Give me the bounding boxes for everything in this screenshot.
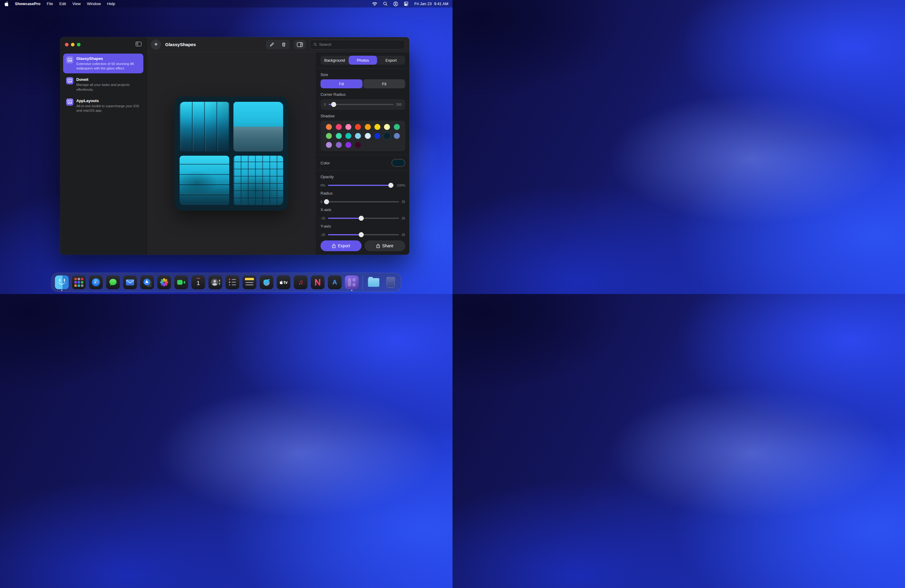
y-axis-thumb[interactable]: [359, 232, 364, 237]
dock-launchpad-icon[interactable]: [72, 275, 86, 289]
preview-tile-slats: [179, 156, 229, 205]
shadow-swatch[interactable]: [336, 133, 342, 139]
sidebar-item-glassyshapes[interactable]: GlassyShapes Extensive collection of 50 …: [63, 54, 143, 73]
dock-messages-icon[interactable]: [106, 275, 120, 289]
dock-apple-tv-icon[interactable]: tv: [277, 275, 291, 289]
control-center-icon[interactable]: [404, 2, 408, 6]
search-icon: [313, 43, 317, 46]
radius-track[interactable]: [325, 201, 399, 202]
search-icon[interactable]: [383, 2, 387, 6]
dock-safari-icon[interactable]: [89, 275, 103, 289]
delete-button[interactable]: [278, 40, 290, 49]
edit-button[interactable]: [266, 40, 278, 49]
dock-facetime-icon[interactable]: [175, 275, 188, 289]
shadow-swatch[interactable]: [336, 142, 342, 148]
tab-export[interactable]: Export: [377, 56, 405, 65]
size-fit-option[interactable]: Fit: [363, 79, 405, 88]
share-button[interactable]: Share: [365, 240, 405, 251]
y-axis-min: -25: [321, 233, 325, 237]
tab-background[interactable]: Background: [321, 56, 349, 65]
menu-file[interactable]: File: [47, 2, 53, 6]
shadow-swatch[interactable]: [375, 124, 380, 130]
menu-window[interactable]: Window: [87, 2, 101, 6]
shadow-swatch[interactable]: [384, 124, 390, 130]
tab-photos[interactable]: Photos: [349, 56, 377, 65]
dock-calendar-icon[interactable]: Tue 1: [192, 275, 205, 289]
radius-thumb[interactable]: [324, 199, 329, 205]
shadow-swatch[interactable]: [394, 124, 400, 130]
dock-maps-icon[interactable]: [140, 275, 154, 289]
user-icon[interactable]: [393, 2, 398, 6]
menu-edit[interactable]: Edit: [59, 2, 66, 6]
menu-date[interactable]: Fri Jan 23: [414, 2, 432, 6]
opacity-slider: 0% 100%: [321, 184, 405, 187]
dock-freeform-icon[interactable]: [260, 275, 273, 289]
dock-mail-icon[interactable]: [123, 275, 137, 289]
y-axis-label: Y-axis: [321, 224, 405, 229]
shadow-swatch[interactable]: [336, 124, 342, 130]
dock-trash-icon[interactable]: [384, 275, 398, 289]
apple-menu-icon[interactable]: [4, 1, 9, 6]
sidebar-toggle-icon[interactable]: [136, 41, 141, 48]
panel-toggle-icon: [297, 42, 303, 47]
shadow-swatch[interactable]: [355, 133, 361, 139]
dock: Tue 1 tv ♫ A: [51, 273, 401, 292]
corner-radius-track[interactable]: [329, 104, 394, 105]
shadow-swatch[interactable]: [355, 142, 361, 148]
dock-music-icon[interactable]: ♫: [294, 275, 308, 289]
corner-radius-thumb[interactable]: [331, 102, 337, 107]
dock-photos-icon[interactable]: [157, 275, 171, 289]
dock-downloads-icon[interactable]: [367, 275, 381, 289]
menu-app-name[interactable]: ShowcasePro: [15, 2, 40, 6]
inspector-toggle-button[interactable]: [294, 40, 306, 49]
wifi-icon[interactable]: [372, 2, 377, 6]
preview-tile-vertical-bars: [179, 102, 229, 151]
search-input[interactable]: [319, 42, 402, 47]
shadow-swatch[interactable]: [326, 133, 332, 139]
shadow-swatch[interactable]: [326, 124, 332, 130]
minimize-button[interactable]: [71, 43, 75, 46]
pencil-icon: [269, 42, 274, 47]
sidebar-item-applayouts[interactable]: AppLayouts All-in-one toolkit to superch…: [63, 96, 143, 116]
zoom-button[interactable]: [77, 43, 81, 46]
shadow-swatch[interactable]: [326, 142, 332, 148]
wallpaper-preview[interactable]: [175, 97, 288, 210]
shadow-swatch[interactable]: [394, 133, 400, 139]
menu-time[interactable]: 9:41 AM: [434, 2, 448, 6]
dock-finder-icon[interactable]: [55, 275, 69, 289]
dock-news-icon[interactable]: [311, 275, 325, 289]
search-field[interactable]: [310, 40, 405, 49]
shadow-swatch[interactable]: [345, 142, 351, 148]
shadow-swatch[interactable]: [355, 124, 361, 130]
item-title: Doneit: [76, 77, 140, 82]
dock-reminders-icon[interactable]: [225, 275, 240, 289]
dock-notes-icon[interactable]: [243, 275, 256, 289]
dock-contacts-icon[interactable]: [209, 275, 222, 289]
x-axis-track[interactable]: [328, 218, 399, 219]
size-fill-option[interactable]: Fill: [321, 79, 362, 88]
shadow-swatch[interactable]: [345, 124, 351, 130]
y-axis-track[interactable]: [328, 234, 399, 235]
export-button[interactable]: Export: [321, 240, 362, 251]
add-button[interactable]: +: [151, 40, 161, 50]
dock-divider: [363, 275, 363, 289]
close-button[interactable]: [65, 43, 68, 46]
shadow-swatch[interactable]: [375, 133, 380, 139]
menu-help[interactable]: Help: [107, 2, 115, 6]
shadow-swatch[interactable]: [345, 133, 351, 139]
color-well[interactable]: [391, 159, 405, 167]
preview-tile-mosaic: [233, 156, 283, 205]
x-axis-thumb[interactable]: [359, 216, 364, 221]
dock-showcasepro-icon[interactable]: [345, 275, 359, 289]
dock-app-store-icon[interactable]: A: [328, 275, 342, 289]
shadow-swatch[interactable]: [365, 124, 371, 130]
sidebar-item-doneit[interactable]: Doneit Manage all your tasks and project…: [63, 75, 143, 94]
menu-view[interactable]: View: [72, 2, 81, 6]
inspector-tabs: Background Photos Export: [321, 56, 405, 65]
y-axis-slider: -25 25: [321, 233, 405, 237]
opacity-thumb[interactable]: [388, 183, 393, 188]
shadow-swatch[interactable]: [384, 133, 390, 139]
opacity-track[interactable]: [328, 185, 394, 186]
toolbar: + GlassyShapes: [147, 37, 410, 52]
shadow-swatch[interactable]: [365, 133, 371, 139]
